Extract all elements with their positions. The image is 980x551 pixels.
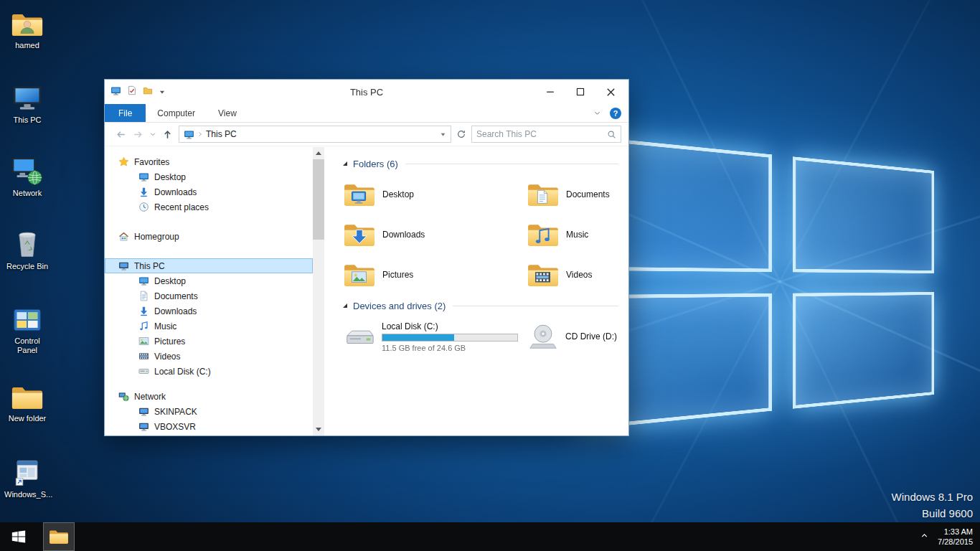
breadcrumb[interactable]: This PC <box>206 129 237 139</box>
window-body: Favorites Desktop Downloads Recent place… <box>105 147 628 435</box>
computer-icon <box>138 421 149 433</box>
sidebar-item-pc-videos[interactable]: Videos <box>105 349 313 364</box>
refresh-button[interactable] <box>456 129 466 139</box>
sidebar-item-pc-documents[interactable]: Documents <box>105 288 313 303</box>
collapse-triangle-icon <box>343 161 347 166</box>
tab-computer[interactable]: Computer <box>146 104 207 122</box>
folder-item-pictures[interactable]: Pictures <box>343 259 527 291</box>
star-icon <box>118 156 129 168</box>
drive-item-local-disk[interactable]: Local Disk (C:) 11.5 GB free of 24.6 GB <box>343 321 527 352</box>
tab-view[interactable]: View <box>207 104 248 122</box>
sidebar-item-pc-local-disk[interactable]: Local Disk (C:) <box>105 364 313 379</box>
folder-item-documents[interactable]: Documents <box>527 179 628 210</box>
clock-time: 1:33 AM <box>938 527 973 537</box>
ribbon-tabs: File Computer View <box>105 104 628 123</box>
scrollbar-thumb[interactable] <box>313 159 324 240</box>
forward-button[interactable] <box>132 128 144 141</box>
folders-group-header[interactable]: Folders (6) <box>343 156 618 171</box>
sidebar-item-vboxsvr[interactable]: VBOXSVR <box>105 419 313 434</box>
folder-item-downloads[interactable]: Downloads <box>343 219 527 250</box>
sidebar-item-skinpack[interactable]: SKINPACK <box>105 404 313 419</box>
homegroup-icon <box>118 231 129 242</box>
sidebar-item-homegroup[interactable]: Homegroup <box>105 229 313 244</box>
sidebar-item-downloads[interactable]: Downloads <box>105 184 313 199</box>
recent-locations-chevron-icon[interactable] <box>149 131 156 138</box>
back-button[interactable] <box>115 128 127 141</box>
folder-item-music[interactable]: Music <box>527 219 628 250</box>
expand-ribbon-chevron-icon[interactable] <box>593 107 601 120</box>
properties-icon[interactable] <box>127 85 137 98</box>
navigation-bar: This PC <box>105 123 628 146</box>
download-icon <box>138 187 149 198</box>
sidebar-item-recent-places[interactable]: Recent places <box>105 199 313 215</box>
desktop-icon-this-pc[interactable]: This PC <box>4 80 50 125</box>
quick-access-toolbar <box>105 85 166 99</box>
download-icon <box>138 306 149 317</box>
this-pc-icon <box>4 80 50 113</box>
navigation-pane: Favorites Desktop Downloads Recent place… <box>105 147 313 435</box>
file-explorer-icon <box>49 528 69 545</box>
sidebar-item-desktop[interactable]: Desktop <box>105 169 313 184</box>
desktop-icon-windows-s[interactable]: Windows_S... <box>4 455 50 499</box>
tab-file[interactable]: File <box>105 104 146 122</box>
sidebar-item-this-pc[interactable]: This PC <box>105 258 313 273</box>
cd-drive-icon <box>527 322 560 351</box>
videos-icon <box>138 351 149 362</box>
customize-toolbar-chevron-icon[interactable] <box>159 85 166 98</box>
address-bar[interactable]: This PC <box>179 126 451 143</box>
taskbar-file-explorer-button[interactable] <box>43 522 75 551</box>
sidebar-item-pc-pictures[interactable]: Pictures <box>105 334 313 349</box>
network-icon <box>4 154 50 187</box>
minimize-button[interactable] <box>542 84 558 100</box>
start-button[interactable] <box>0 522 37 551</box>
up-button[interactable] <box>161 128 174 141</box>
control-panel-icon <box>4 301 50 334</box>
folder-item-videos[interactable]: Videos <box>527 259 628 291</box>
desktop-icon-user-folder[interactable]: hamed <box>4 6 50 50</box>
drives-row: Local Disk (C:) 11.5 GB free of 24.6 GB … <box>343 321 618 352</box>
scroll-up-arrow[interactable] <box>313 147 324 159</box>
build-watermark: Windows 8.1 Pro Build 9600 <box>892 489 973 522</box>
clock-date: 7/28/2015 <box>938 537 973 547</box>
drive-item-cd[interactable]: CD Drive (D:) <box>527 321 617 352</box>
taskbar: 1:33 AM 7/28/2015 <box>0 522 980 551</box>
close-button[interactable] <box>603 84 618 100</box>
system-menu-icon[interactable] <box>110 85 121 99</box>
pictures-folder-icon <box>343 261 376 288</box>
document-icon <box>138 291 149 302</box>
windows-logo-pane <box>793 292 934 409</box>
sidebar-scrollbar[interactable] <box>313 147 324 435</box>
address-dropdown-chevron-icon[interactable] <box>440 131 446 138</box>
desktop: hamed This PC Network <box>0 0 980 551</box>
desktop-icon-recycle-bin[interactable]: Recycle Bin <box>4 227 50 271</box>
new-folder-icon[interactable] <box>143 85 153 98</box>
documents-folder-icon <box>527 181 560 208</box>
sidebar-item-pc-music[interactable]: Music <box>105 319 313 334</box>
devices-group-header[interactable]: Devices and drives (2) <box>343 298 618 314</box>
location-pc-icon <box>184 129 194 140</box>
collapse-triangle-icon <box>343 303 347 308</box>
desktop-icon-network[interactable]: Network <box>4 154 50 198</box>
sidebar-item-pc-desktop[interactable]: Desktop <box>105 273 313 288</box>
music-icon <box>138 321 149 332</box>
computer-icon <box>138 406 149 418</box>
search-input[interactable] <box>476 129 607 139</box>
desktop-icon-new-folder[interactable]: New folder <box>4 379 50 423</box>
taskbar-clock[interactable]: 1:33 AM 7/28/2015 <box>938 527 973 547</box>
hard-drive-icon <box>138 366 149 377</box>
sidebar-item-favorites[interactable]: Favorites <box>105 154 313 169</box>
downloads-folder-icon <box>343 221 376 248</box>
show-hidden-icons-chevron-icon[interactable] <box>920 530 929 543</box>
music-folder-icon <box>527 221 560 248</box>
desktop-icon-control-panel[interactable]: Control Panel <box>4 301 50 355</box>
desktop-icon <box>138 171 149 183</box>
maximize-button[interactable] <box>573 84 588 100</box>
folder-item-desktop[interactable]: Desktop <box>343 179 527 210</box>
title-bar[interactable]: This PC <box>105 80 628 104</box>
sidebar-item-pc-downloads[interactable]: Downloads <box>105 303 313 319</box>
scroll-down-arrow[interactable] <box>313 423 324 435</box>
help-icon[interactable] <box>610 108 621 119</box>
sidebar-item-network[interactable]: Network <box>105 389 313 404</box>
folder-icon <box>4 379 50 412</box>
pictures-icon <box>138 336 149 347</box>
